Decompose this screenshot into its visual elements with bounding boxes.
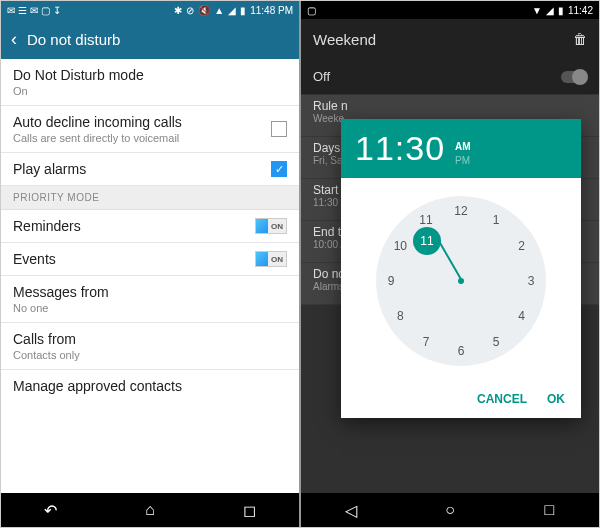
nav-recent-icon[interactable]: □ bbox=[539, 500, 559, 520]
icon: 🔇 bbox=[198, 5, 210, 16]
row-reminders[interactable]: Reminders ON bbox=[1, 210, 299, 243]
phone-left: ✉ ☰ ✉ ▢ ↧ ✱ ⊘ 🔇 ▲ ◢ ▮ 11:48 PM ‹ Do not … bbox=[1, 1, 299, 527]
icon: ⊘ bbox=[186, 5, 194, 16]
signal-icon: ◢ bbox=[228, 5, 236, 16]
status-bar: ✉ ☰ ✉ ▢ ↧ ✱ ⊘ 🔇 ▲ ◢ ▮ 11:48 PM bbox=[1, 1, 299, 19]
row-messages-from[interactable]: Messages from No one bbox=[1, 276, 299, 323]
hour-value[interactable]: 11 bbox=[355, 129, 395, 167]
app-bar-title: Do not disturb bbox=[27, 31, 120, 48]
clock-number[interactable]: 3 bbox=[520, 270, 542, 292]
nav-home-icon[interactable]: ⌂ bbox=[140, 500, 160, 520]
toggle-events[interactable]: ON bbox=[255, 251, 287, 267]
clock-number[interactable]: 8 bbox=[389, 305, 411, 327]
clock-number[interactable]: 4 bbox=[511, 305, 533, 327]
nav-bar: ↶ ⌂ ◻ bbox=[1, 493, 299, 527]
battery-icon: ▮ bbox=[558, 5, 564, 16]
nav-recent-icon[interactable]: ◻ bbox=[239, 500, 259, 520]
wifi-icon: ▲ bbox=[214, 5, 224, 16]
back-icon[interactable]: ‹ bbox=[11, 29, 17, 50]
toggle-reminders[interactable]: ON bbox=[255, 218, 287, 234]
clock-number[interactable]: 12 bbox=[450, 200, 472, 222]
icon: ▢ bbox=[41, 5, 50, 16]
clock-number[interactable]: 5 bbox=[485, 331, 507, 353]
icon: ✉ bbox=[30, 5, 38, 16]
clock-number[interactable]: 1 bbox=[485, 209, 507, 231]
clock-center bbox=[458, 278, 464, 284]
time-picker-header: 11:30 AM PM bbox=[341, 119, 581, 178]
switch-off[interactable] bbox=[561, 71, 587, 83]
battery-icon: ▮ bbox=[240, 5, 246, 16]
header: Weekend 🗑 bbox=[301, 19, 599, 59]
clock-number[interactable]: 10 bbox=[389, 235, 411, 257]
row-calls-from[interactable]: Calls from Contacts only bbox=[1, 323, 299, 370]
icon: ✱ bbox=[174, 5, 182, 16]
nav-back-icon[interactable]: ◁ bbox=[341, 500, 361, 520]
icon: ☰ bbox=[18, 5, 27, 16]
pm-toggle[interactable]: PM bbox=[455, 154, 471, 168]
section-priority-mode: PRIORITY MODE bbox=[1, 186, 299, 210]
am-toggle[interactable]: AM bbox=[455, 140, 471, 154]
icon: ✉ bbox=[7, 5, 15, 16]
nav-back-icon[interactable]: ↶ bbox=[41, 500, 61, 520]
row-events[interactable]: Events ON bbox=[1, 243, 299, 276]
phone-right: ▢ ▼ ◢ ▮ 11:42 Weekend 🗑 Off Rule n Weeke bbox=[299, 1, 599, 527]
icon: ▢ bbox=[307, 5, 316, 16]
row-manage-contacts[interactable]: Manage approved contacts bbox=[1, 370, 299, 402]
time-picker-dialog: 11:30 AM PM 11 121234567891011 CANCEL bbox=[341, 119, 581, 418]
status-bar: ▢ ▼ ◢ ▮ 11:42 bbox=[301, 1, 599, 19]
clock-number[interactable]: 11 bbox=[415, 209, 437, 231]
clock-face[interactable]: 11 121234567891011 bbox=[376, 196, 546, 366]
checkbox-auto-decline[interactable] bbox=[271, 121, 287, 137]
clock-number[interactable]: 6 bbox=[450, 340, 472, 362]
checkbox-play-alarms[interactable]: ✓ bbox=[271, 161, 287, 177]
delete-icon[interactable]: 🗑 bbox=[573, 31, 587, 47]
status-time: 11:42 bbox=[568, 5, 593, 16]
row-auto-decline[interactable]: Auto decline incoming calls Calls are se… bbox=[1, 106, 299, 153]
ok-button[interactable]: OK bbox=[547, 392, 565, 406]
header-title: Weekend bbox=[313, 31, 376, 48]
minute-value[interactable]: 30 bbox=[405, 129, 445, 167]
status-time: 11:48 PM bbox=[250, 5, 293, 16]
signal-icon: ◢ bbox=[546, 5, 554, 16]
settings-list: Do Not Disturb mode On Auto decline inco… bbox=[1, 59, 299, 493]
row-off[interactable]: Off bbox=[301, 59, 599, 95]
nav-bar: ◁ ○ □ bbox=[301, 493, 599, 527]
clock-number[interactable]: 7 bbox=[415, 331, 437, 353]
row-play-alarms[interactable]: Play alarms ✓ bbox=[1, 153, 299, 186]
nav-home-icon[interactable]: ○ bbox=[440, 500, 460, 520]
app-bar: ‹ Do not disturb bbox=[1, 19, 299, 59]
row-dnd-mode[interactable]: Do Not Disturb mode On bbox=[1, 59, 299, 106]
cancel-button[interactable]: CANCEL bbox=[477, 392, 527, 406]
clock-number[interactable]: 9 bbox=[380, 270, 402, 292]
icon: ↧ bbox=[53, 5, 61, 16]
wifi-icon: ▼ bbox=[532, 5, 542, 16]
clock-number[interactable]: 2 bbox=[511, 235, 533, 257]
